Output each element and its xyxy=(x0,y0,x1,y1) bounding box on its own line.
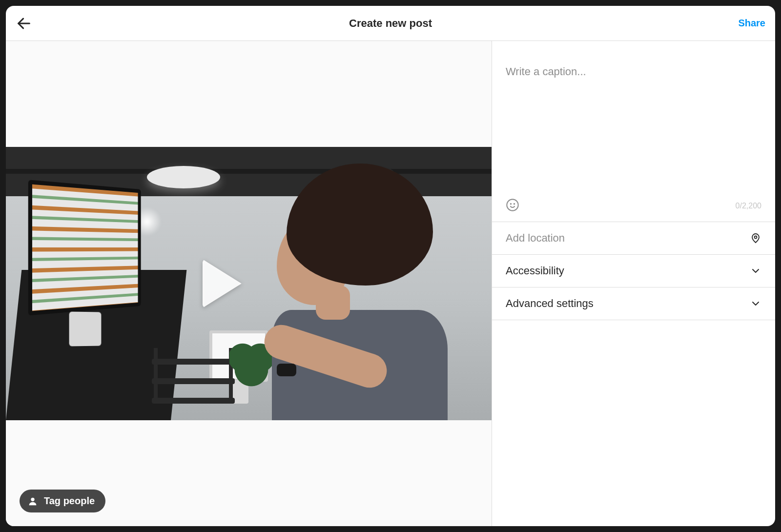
play-icon xyxy=(202,259,241,308)
chevron-down-icon xyxy=(750,298,761,309)
share-button[interactable]: Share xyxy=(738,18,765,29)
tag-people-label: Tag people xyxy=(44,495,95,507)
caption-footer: 0/2,200 xyxy=(492,194,775,222)
advanced-settings-row[interactable]: Advanced settings xyxy=(492,287,775,320)
media-preview: Tag people xyxy=(6,41,492,526)
video-thumbnail xyxy=(6,147,492,420)
compose-panel: 0/2,200 Add location Accessibility Advan… xyxy=(492,41,775,526)
svg-point-1 xyxy=(31,497,34,501)
modal-title: Create new post xyxy=(349,17,432,30)
back-button[interactable] xyxy=(16,15,32,32)
emoji-picker-button[interactable] xyxy=(506,198,519,214)
modal-content: Tag people 0/2,200 Add xyxy=(6,41,775,526)
location-pin-icon xyxy=(750,232,761,244)
play-button[interactable] xyxy=(192,254,251,313)
chevron-down-icon xyxy=(750,265,761,277)
arrow-left-icon xyxy=(16,15,32,32)
add-location-label: Add location xyxy=(506,232,565,245)
advanced-settings-label: Advanced settings xyxy=(506,297,594,310)
create-post-modal: Create new post Share xyxy=(6,6,775,526)
accessibility-label: Accessibility xyxy=(506,265,564,277)
modal-header: Create new post Share xyxy=(6,6,775,41)
person-icon xyxy=(27,496,38,507)
caption-input[interactable] xyxy=(506,65,761,192)
accessibility-row[interactable]: Accessibility xyxy=(492,254,775,287)
svg-point-4 xyxy=(514,204,514,204)
svg-point-2 xyxy=(507,199,518,210)
tag-people-button[interactable]: Tag people xyxy=(20,490,105,512)
svg-point-5 xyxy=(755,236,757,239)
add-location-row[interactable]: Add location xyxy=(492,222,775,254)
smiley-icon xyxy=(506,198,519,212)
caption-area xyxy=(492,61,775,194)
svg-point-3 xyxy=(511,204,511,204)
character-counter: 0/2,200 xyxy=(736,202,761,210)
